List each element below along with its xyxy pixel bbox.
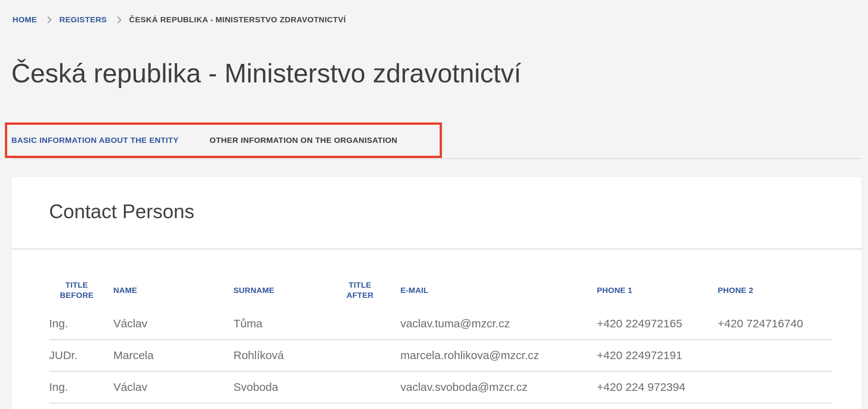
cell-phone1: +420 224972165 — [597, 308, 718, 340]
chevron-right-icon — [45, 16, 51, 23]
chevron-right-icon — [114, 16, 121, 23]
table-header-row: TITLE BEFORE NAME SURNAME TITLE AFTER E-… — [49, 249, 831, 308]
contact-persons-table: TITLE BEFORE NAME SURNAME TITLE AFTER E-… — [49, 249, 831, 404]
cell-name: Václav — [113, 308, 233, 340]
column-header-phone2: PHONE 2 — [718, 249, 831, 308]
cell-email: vaclav.tuma@mzcr.cz — [400, 308, 597, 340]
breadcrumb-home[interactable]: HOME — [12, 15, 37, 24]
cell-phone1: +420 224 972394 — [597, 372, 718, 403]
breadcrumb-registers[interactable]: REGISTERS — [59, 15, 107, 24]
cell-title-before: Ing. — [49, 308, 113, 340]
breadcrumb: HOME REGISTERS ČESKÁ REPUBLIKA - MINISTE… — [12, 15, 346, 24]
page-title: Česká republika - Ministerstvo zdravotni… — [11, 59, 521, 88]
tab-basic-information[interactable]: BASIC INFORMATION ABOUT THE ENTITY — [11, 136, 179, 145]
column-header-surname: SURNAME — [233, 249, 329, 308]
cell-title-after — [329, 308, 400, 340]
table-row: JUDr. Marcela Rohlíková marcela.rohlikov… — [49, 340, 831, 372]
cell-title-after — [329, 372, 400, 403]
contact-persons-card: Contact Persons TITLE BEFORE NAME SURNAM… — [11, 177, 862, 409]
cell-phone1: +420 224972191 — [597, 340, 718, 372]
tab-bar: BASIC INFORMATION ABOUT THE ENTITY OTHER… — [11, 122, 862, 159]
table-row: Ing. Václav Tůma vaclav.tuma@mzcr.cz +42… — [49, 308, 831, 340]
table-row: Ing. Václav Svoboda vaclav.svoboda@mzcr.… — [49, 372, 831, 403]
column-header-email: E-MAIL — [400, 249, 597, 308]
cell-phone2 — [718, 340, 831, 372]
section-heading: Contact Persons — [49, 177, 831, 223]
cell-surname: Rohlíková — [233, 340, 329, 372]
cell-title-before: JUDr. — [49, 340, 113, 372]
cell-surname: Svoboda — [233, 372, 329, 403]
cell-surname: Tůma — [233, 308, 329, 340]
tab-other-information[interactable]: OTHER INFORMATION ON THE ORGANISATION — [210, 136, 397, 145]
cell-phone2 — [718, 372, 831, 403]
column-header-title-before: TITLE BEFORE — [49, 249, 113, 308]
column-header-name: NAME — [113, 249, 233, 308]
cell-phone2: +420 724716740 — [718, 308, 831, 340]
cell-name: Marcela — [113, 340, 233, 372]
page: HOME REGISTERS ČESKÁ REPUBLIKA - MINISTE… — [0, 0, 868, 409]
column-header-phone1: PHONE 1 — [597, 249, 718, 308]
cell-title-before: Ing. — [49, 372, 113, 403]
cell-email: vaclav.svoboda@mzcr.cz — [400, 372, 597, 403]
cell-title-after — [329, 340, 400, 372]
breadcrumb-current: ČESKÁ REPUBLIKA - MINISTERSTVO ZDRAVOTNI… — [129, 15, 346, 24]
cell-name: Václav — [113, 372, 233, 403]
column-header-title-after: TITLE AFTER — [329, 249, 400, 308]
cell-email: marcela.rohlikova@mzcr.cz — [400, 340, 597, 372]
